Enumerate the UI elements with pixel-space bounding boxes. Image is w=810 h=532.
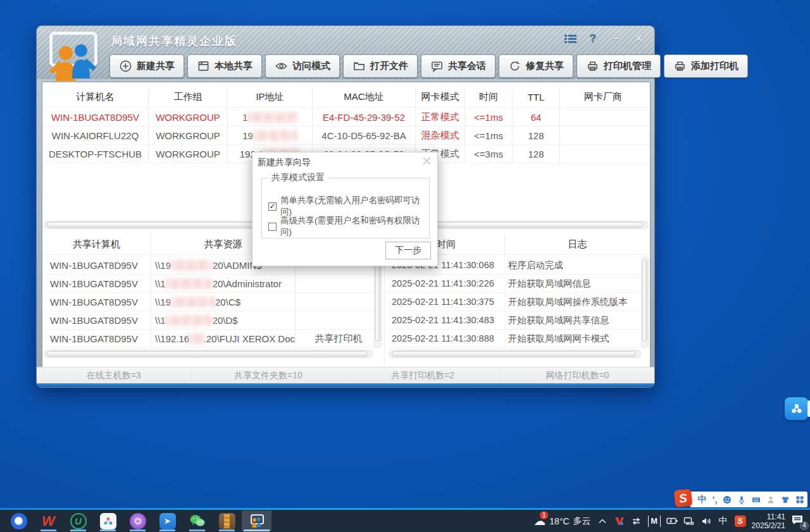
sogou-tray-icon[interactable]: S (735, 516, 746, 527)
battery-icon[interactable] (666, 516, 678, 527)
window-bottom-edge (37, 383, 654, 387)
tray-expand-icon[interactable] (597, 516, 608, 527)
redacted-ip (189, 333, 204, 344)
next-step-button[interactable]: 下一步 (385, 242, 431, 259)
scroll-thumb[interactable] (375, 259, 380, 342)
col-header[interactable]: 网卡模式 (416, 87, 465, 107)
local-share-button[interactable]: 本地共享 (187, 54, 262, 78)
new-share-button[interactable]: 新建共享 (109, 54, 184, 78)
add-printer-button[interactable]: 添加打印机 (664, 54, 748, 78)
share-session-button[interactable]: 共享会话 (421, 54, 495, 78)
edge-panel-sliver (807, 400, 810, 417)
taskbar-u-app-icon[interactable]: U (63, 510, 93, 531)
clock[interactable]: 11:41 2025/2/21 (752, 512, 785, 530)
log-row[interactable]: 2025-02-21 11:41:30:888 开始获取局域网网卡模式 (388, 330, 644, 348)
printer-manage-button[interactable]: 打印机管理 (576, 54, 661, 78)
ime-account-icon[interactable] (766, 495, 775, 504)
clock-date: 2025/2/21 (752, 521, 785, 530)
weather-widget[interactable]: ☁1 18°C 多云 (533, 514, 590, 528)
ime-lang-mode[interactable]: 中 (698, 494, 707, 505)
menu-icon[interactable] (563, 32, 577, 45)
taskbar-network-app-icon[interactable] (93, 510, 123, 531)
taskbar-archive-app-icon[interactable] (212, 510, 242, 531)
network-icon[interactable] (683, 516, 695, 527)
notification-center-icon[interactable]: 4 (791, 514, 806, 528)
col-header[interactable]: TTL (513, 87, 560, 107)
col-header[interactable]: IP地址 (228, 87, 313, 107)
tray-monitor-icon[interactable]: M (648, 516, 661, 527)
close-button[interactable]: ✕ (632, 32, 645, 45)
scroll-thumb[interactable] (642, 259, 647, 342)
window-icon (197, 59, 210, 73)
redacted-ip (166, 278, 213, 289)
access-mode-button[interactable]: 访问模式 (265, 54, 340, 78)
shares-hscrollbar[interactable] (44, 350, 373, 358)
open-file-button[interactable]: 打开文件 (343, 54, 418, 78)
taskbar-purple-app-icon[interactable] (123, 510, 153, 531)
col-header[interactable]: 日志 (505, 234, 650, 254)
cloud-icon: ☁1 (533, 514, 545, 528)
help-button[interactable]: ? (586, 32, 600, 45)
simple-share-checkbox[interactable]: ✓ (268, 202, 277, 211)
log-hscrollbar[interactable] (389, 350, 641, 358)
share-row[interactable]: WIN-1BUGAT8D95V \\192.16.20\FUJI XEROX D… (42, 330, 382, 348)
ime-mic-icon[interactable] (737, 495, 746, 504)
log-vscrollbar[interactable] (641, 256, 649, 348)
share-row[interactable]: WIN-1BUGAT8D95V \\1920\C$ (42, 293, 382, 311)
tray-sync-icon[interactable] (631, 516, 642, 527)
col-header[interactable]: 工作组 (149, 87, 228, 107)
advanced-share-checkbox[interactable] (268, 223, 277, 231)
netdisk-float-icon[interactable] (785, 397, 808, 420)
redacted-ip (253, 130, 297, 141)
status-network-printers: 网络打印机数=0 (501, 370, 654, 381)
printer-icon (586, 59, 599, 73)
sogou-logo-icon[interactable]: S (674, 489, 693, 508)
col-header[interactable]: 时间 (465, 87, 513, 107)
hosts-table-header: 计算机名 工作组 IP地址 MAC地址 网卡模式 时间 TTL 网卡厂商 (42, 87, 650, 108)
scroll-thumb[interactable] (392, 351, 636, 357)
log-row[interactable]: 2025-02-21 11:41:30:375 开始获取局域网操作系统版本 (388, 293, 644, 311)
taskbar-wps-icon[interactable]: W (34, 510, 63, 531)
eye-icon (275, 59, 288, 73)
share-mode-groupbox: 共享模式设置 ✓ 简单共享(无需输入用户名密码即可访问) 高级共享(需要用户名和… (261, 178, 430, 238)
advanced-share-option[interactable]: 高级共享(需要用户名和密码有权限访问) (268, 215, 429, 238)
printer-plus-icon (673, 59, 687, 73)
dialog-close-icon[interactable]: ✕ (421, 154, 432, 169)
refresh-icon (508, 59, 521, 73)
col-header[interactable]: 共享计算机 (42, 234, 151, 254)
tray-vc-icon[interactable] (614, 516, 625, 527)
share-row[interactable]: WIN-1BUGAT8D95V \\120\Administrator (42, 275, 382, 293)
simple-share-option[interactable]: ✓ 简单共享(无需输入用户名密码即可访问) (268, 195, 429, 218)
taskbar-lan-share-tool-icon[interactable] (242, 510, 271, 531)
minimize-button[interactable]: – (609, 32, 623, 45)
host-row[interactable]: WIN-1BUGAT8D95V WORKGROUP 1 E4-FD-45-29-… (42, 108, 650, 127)
redacted-ip (248, 112, 297, 123)
volume-icon[interactable] (701, 516, 712, 527)
log-row[interactable]: 2025-02-21 11:41:30:483 开始获取局域网共享信息 (388, 311, 644, 330)
shares-vscrollbar[interactable] (374, 256, 382, 348)
col-header[interactable]: 计算机名 (42, 87, 149, 107)
weather-desc: 多云 (573, 516, 591, 527)
ime-keyboard-icon[interactable] (752, 495, 761, 504)
log-row[interactable]: 2025-02-21 11:41:30:226 开始获取局域网信息 (388, 275, 644, 293)
taskbar-wechat-icon[interactable] (182, 510, 212, 531)
ime-toolbar: 中 ’, (690, 492, 807, 507)
repair-share-button[interactable]: 修复共享 (499, 54, 573, 78)
redacted-ip (166, 315, 213, 326)
col-header[interactable]: 网卡厂商 (560, 87, 646, 107)
ime-emoji-icon[interactable] (723, 495, 732, 504)
desktop: 局域网共享精灵企业版 ? – ✕ 新建共享 本地共享 (0, 0, 810, 532)
share-row[interactable]: WIN-1BUGAT8D95V \\120\D$ (42, 311, 382, 330)
input-language-indicator[interactable]: 中 (718, 516, 729, 527)
status-bar: 在线主机数=3 共享文件夹数=10 共享打印机数=2 网络打印机数=0 (37, 367, 654, 383)
taskbar-browser-icon[interactable] (4, 510, 34, 531)
scroll-thumb[interactable] (46, 351, 368, 357)
new-share-wizard-dialog: 新建共享向导 ✕ 共享模式设置 ✓ 简单共享(无需输入用户名密码即可访问) 高级… (252, 152, 438, 266)
ime-punct-icon[interactable]: ’, (713, 495, 718, 505)
ime-skin-icon[interactable] (781, 495, 790, 504)
taskbar-cursor-app-icon[interactable]: ➤ (153, 510, 182, 531)
ime-toolbox-icon[interactable] (795, 495, 804, 504)
col-header[interactable]: MAC地址 (313, 87, 416, 107)
host-row[interactable]: WIN-KAIORFLU22Q WORKGROUP 19 4C-10-D5-65… (42, 127, 650, 145)
clock-time: 11:41 (752, 512, 785, 521)
